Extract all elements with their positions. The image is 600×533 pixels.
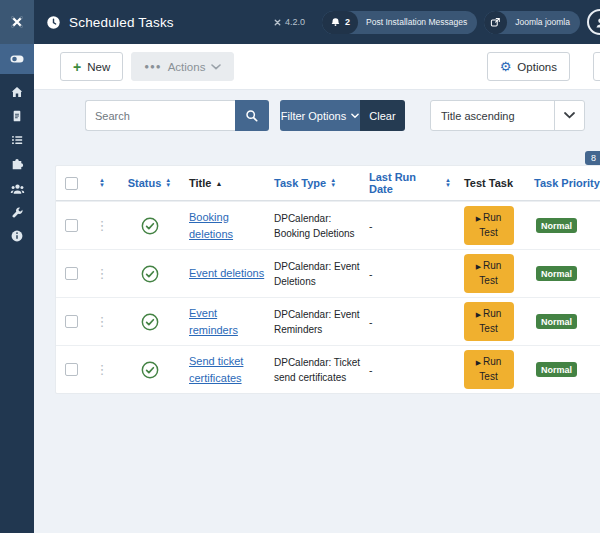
help-button-partial[interactable] (593, 52, 600, 81)
account-icon-button[interactable] (587, 9, 600, 35)
run-test-button[interactable]: ▶Run Test (464, 302, 514, 341)
header-task-type[interactable]: Task Type ▲▼ (266, 177, 361, 189)
drag-handle-icon[interactable]: ⋮ (86, 363, 118, 376)
table-row: ⋮ Send ticket certificates DPCalendar: T… (56, 345, 600, 393)
messages-count-badge: 2 (322, 11, 358, 34)
header-ordering[interactable]: ▲▼ (86, 178, 118, 188)
sidebar-item-components[interactable] (0, 152, 34, 176)
actions-button[interactable]: ●●● Actions (131, 52, 234, 81)
header-last-run-date[interactable]: Last Run Date ▲▼ (361, 171, 451, 195)
priority-badge: Normal (536, 266, 577, 281)
tasks-table: ▲▼ Status ▲▼ Title ▲ Task Type ▲▼ Last R… (55, 165, 600, 394)
filter-options-button[interactable]: Filter Options (280, 100, 360, 131)
priority-badge: Normal (536, 218, 577, 233)
post-installation-messages-button[interactable]: 2 Post Installation Messages (322, 11, 477, 34)
user-menu-button[interactable]: Joomla joomla (484, 11, 580, 34)
joomla-logo-icon (8, 13, 26, 31)
sidebar-toggle-menu[interactable] (0, 44, 34, 74)
content-area: Filter Options Clear Title ascending 8 (34, 100, 600, 533)
status-enabled-icon[interactable] (118, 361, 181, 379)
drag-handle-icon[interactable]: ⋮ (86, 267, 118, 280)
chevron-down-icon (211, 64, 221, 70)
sort-icon: ▲▼ (99, 178, 105, 188)
sidebar-item-users[interactable] (0, 176, 34, 200)
status-enabled-icon[interactable] (118, 265, 181, 283)
status-enabled-icon[interactable] (118, 313, 181, 331)
options-button[interactable]: ⚙ Options (487, 52, 570, 81)
last-run-date: - (361, 268, 373, 280)
toolbar: + New ●●● Actions ⚙ Options (34, 44, 600, 90)
home-icon (10, 85, 24, 99)
task-title-link[interactable]: Event reminders (181, 305, 266, 338)
last-run-date: - (361, 220, 373, 232)
search-input[interactable] (85, 100, 235, 131)
page-title: Scheduled Tasks (69, 15, 174, 30)
task-type: DPCalendar: Booking Deletions (266, 211, 361, 241)
status-enabled-icon[interactable] (118, 217, 181, 235)
users-icon (10, 181, 25, 196)
chevron-down-icon (564, 112, 575, 119)
sidebar-item-system[interactable] (0, 200, 34, 224)
task-type: DPCalendar: Event Reminders (266, 307, 361, 337)
task-title-link[interactable]: Booking deletions (181, 209, 266, 242)
play-icon: ▶ (476, 311, 481, 318)
filter-bar: Filter Options Clear Title ascending (85, 100, 600, 131)
table-header-row: ▲▼ Status ▲▼ Title ▲ Task Type ▲▼ Last R… (56, 166, 600, 201)
row-checkbox[interactable] (65, 363, 78, 376)
toggle-menu-icon (9, 51, 25, 67)
row-checkbox[interactable] (65, 315, 78, 328)
admin-header: Scheduled Tasks 4.2.0 2 Post Installatio… (0, 0, 600, 44)
caret-down-icon (351, 113, 359, 119)
header-test-task: Test Task (451, 177, 526, 189)
joomla-version: 4.2.0 (273, 17, 305, 27)
run-test-button[interactable]: ▶Run Test (464, 254, 514, 293)
sort-asc-icon: ▲ (215, 180, 222, 187)
run-test-button[interactable]: ▶Run Test (464, 206, 514, 245)
header-task-priority[interactable]: Task Priority ▲▼ (526, 177, 600, 189)
task-type: DPCalendar: Event Deletions (266, 259, 361, 289)
row-checkbox[interactable] (65, 267, 78, 280)
row-checkbox[interactable] (65, 219, 78, 232)
person-icon (593, 15, 600, 30)
header-status[interactable]: Status ▲▼ (118, 177, 181, 189)
sort-order-select[interactable]: Title ascending (430, 100, 585, 131)
sidebar-item-menus[interactable] (0, 128, 34, 152)
sidebar-item-information[interactable] (0, 224, 34, 248)
bell-icon (330, 17, 341, 28)
table-row: ⋮ Event deletions DPCalendar: Event Dele… (56, 249, 600, 297)
last-run-date: - (361, 316, 373, 328)
play-icon: ▶ (476, 359, 481, 366)
corner-badge: 8 (585, 151, 600, 165)
play-icon: ▶ (476, 263, 481, 270)
list-icon (10, 133, 24, 147)
puzzle-icon (10, 157, 24, 171)
joomla-logo (0, 0, 34, 44)
task-title-link[interactable]: Event deletions (181, 265, 264, 282)
info-icon (10, 229, 24, 243)
select-all-checkbox[interactable] (65, 177, 78, 190)
priority-badge: Normal (536, 314, 577, 329)
drag-handle-icon[interactable]: ⋮ (86, 315, 118, 328)
search-icon (245, 109, 259, 123)
sort-icon: ▲▼ (330, 178, 336, 188)
run-test-button[interactable]: ▶Run Test (464, 350, 514, 389)
document-icon (10, 109, 24, 123)
clock-icon (46, 15, 61, 30)
ellipsis-icon: ●●● (144, 62, 162, 71)
search-button[interactable] (235, 100, 269, 131)
new-button[interactable]: + New (60, 52, 123, 81)
admin-sidebar (0, 44, 34, 533)
sort-icon: ▲▼ (165, 178, 171, 188)
sort-order-value: Title ascending (431, 110, 554, 122)
drag-handle-icon[interactable]: ⋮ (86, 219, 118, 232)
select-chevron (554, 101, 584, 130)
clear-button[interactable]: Clear (360, 100, 405, 131)
sidebar-item-home[interactable] (0, 80, 34, 104)
wrench-icon (11, 206, 24, 219)
task-title-link[interactable]: Send ticket certificates (181, 353, 266, 386)
sidebar-item-content[interactable] (0, 104, 34, 128)
joomla-version-icon (273, 18, 282, 27)
priority-badge: Normal (536, 362, 577, 377)
table-row: ⋮ Event reminders DPCalendar: Event Remi… (56, 297, 600, 345)
header-title[interactable]: Title ▲ (181, 177, 266, 189)
